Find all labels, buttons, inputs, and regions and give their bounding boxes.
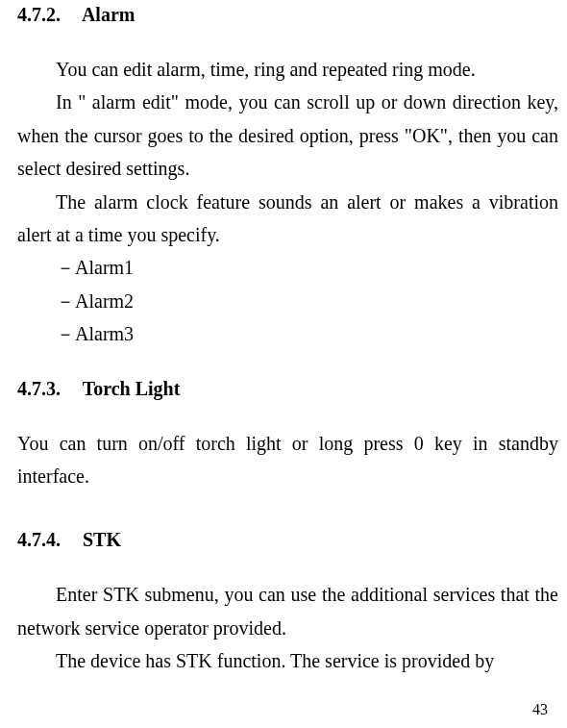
section-number: 4.7.3. — [17, 378, 61, 400]
para-alarm-1: You can edit alarm, time, ring and repea… — [17, 53, 558, 86]
para-alarm-3: The alarm clock feature sounds an alert … — [17, 186, 558, 252]
section-number: 4.7.4. — [17, 529, 61, 551]
section-number: 4.7.2. — [17, 4, 61, 26]
para-stk-1: Enter STK submenu, you can use the addit… — [17, 578, 558, 644]
list-item-alarm3: －Alarm3 — [17, 317, 558, 350]
section-title: Torch Light — [83, 378, 181, 399]
list-item-alarm2: －Alarm2 — [17, 285, 558, 317]
page-number: 43 — [532, 701, 548, 718]
section-title: Alarm — [82, 4, 136, 25]
spacer — [17, 351, 558, 378]
spacer — [17, 492, 558, 529]
para-stk-2: The device has STK function. The service… — [17, 644, 558, 677]
para-torch-1: You can turn on/off torch light or long … — [17, 427, 558, 493]
section-heading-stk: 4.7.4. STK — [17, 529, 558, 551]
section-heading-alarm: 4.7.2. Alarm — [17, 4, 558, 26]
para-alarm-2: In " alarm edit" mode, you can scroll up… — [17, 86, 558, 185]
section-heading-torch: 4.7.3. Torch Light — [17, 378, 558, 400]
section-title: STK — [83, 529, 121, 550]
list-item-alarm1: －Alarm1 — [17, 251, 558, 284]
